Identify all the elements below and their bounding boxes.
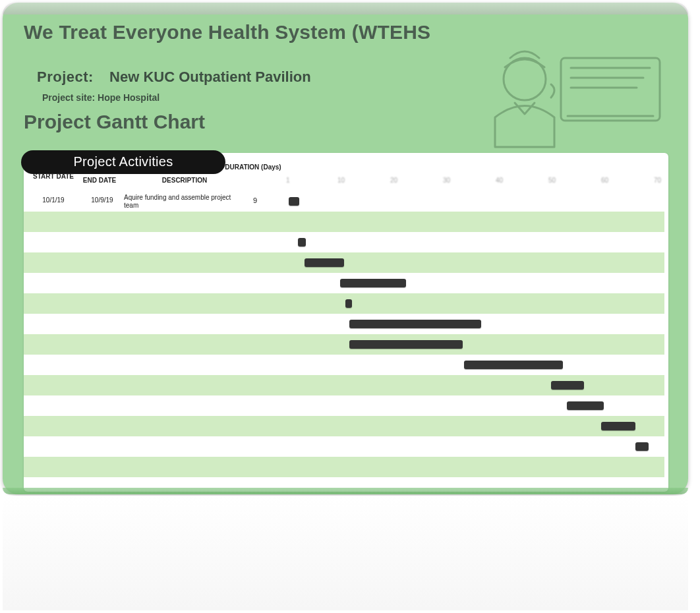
gantt-panel: Project Activities START DATE END DATE D… (24, 153, 668, 492)
cell-desc: Aquire funding and assemble project team (124, 194, 244, 210)
tick: 30 (443, 177, 450, 184)
site-name: Hope Hospital (98, 92, 160, 103)
cell-start: 10/1/19 (33, 196, 74, 204)
col-desc: DESCRIPTION (125, 177, 244, 184)
gantt-bar (601, 422, 635, 430)
table-row (24, 355, 664, 375)
activities-title-pill: Project Activities (21, 150, 225, 174)
tick: 60 (601, 177, 608, 184)
project-site: Project site: Hope Hospital (42, 92, 160, 103)
table-row (24, 477, 664, 489)
tick: 20 (390, 177, 397, 184)
gantt-bar (298, 238, 306, 247)
gantt-bar (349, 320, 481, 328)
document-page: We Treat Everyone Health System (WTEHS P… (3, 3, 688, 494)
project-line: Project: New KUC Outpatient Pavilion (37, 69, 311, 86)
table-row (24, 457, 664, 477)
table-row (24, 416, 664, 436)
table-row (24, 395, 664, 416)
col-end: END DATE (78, 177, 121, 184)
chart-title: Project Gantt Chart (24, 111, 205, 133)
table-row (24, 212, 664, 232)
gantt-bar (305, 258, 344, 267)
project-name: New KUC Outpatient Pavilion (109, 69, 311, 85)
tick: 70 (654, 177, 661, 184)
col-start: START DATE (32, 173, 75, 180)
gantt-bar (551, 381, 584, 390)
cell-duration: 9 (241, 196, 269, 204)
project-label: Project: (37, 69, 94, 85)
tick: 50 (548, 177, 556, 184)
col-duration: DURATION (Days) (224, 163, 282, 171)
table-row (24, 293, 664, 314)
table-row (24, 232, 664, 252)
table-row (24, 252, 664, 273)
gantt-bar (567, 401, 604, 410)
gantt-bar (289, 197, 299, 206)
table-row (24, 334, 664, 355)
gantt-bar (464, 361, 563, 369)
page-continuation-ghost (3, 496, 688, 610)
table-row (24, 436, 664, 457)
table-row (24, 273, 664, 293)
org-title: We Treat Everyone Health System (WTEHS (24, 21, 430, 44)
gantt-bar (349, 340, 463, 349)
site-label: Project site: (42, 92, 95, 103)
tick: 40 (496, 177, 503, 184)
table-row: 10/1/1910/9/19Aquire funding and assembl… (24, 191, 664, 212)
tick: 1 (286, 177, 290, 184)
gantt-bar (635, 442, 649, 451)
gantt-bar (345, 299, 352, 308)
table-row (24, 314, 664, 334)
gantt-rows: 10/1/1910/9/19Aquire funding and assembl… (24, 191, 664, 489)
gantt-bar (340, 279, 406, 287)
table-row (24, 375, 664, 395)
cell-end: 10/9/19 (82, 196, 123, 204)
tick: 10 (337, 177, 345, 184)
header-illustration (452, 18, 670, 150)
timeline-ticks: 1 10 20 30 40 50 60 70 (286, 177, 664, 186)
